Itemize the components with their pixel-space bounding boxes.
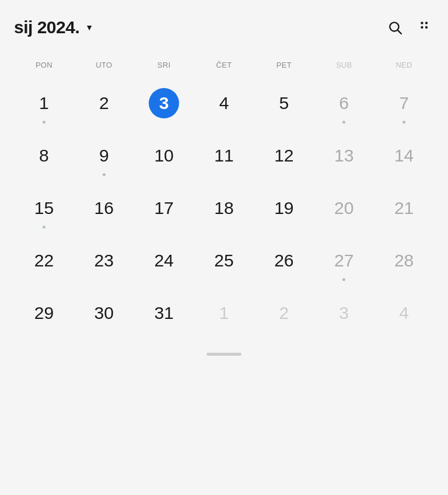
day-cell[interactable]: 13 bbox=[314, 131, 374, 184]
more-options-button[interactable] bbox=[419, 20, 434, 35]
day-cell[interactable]: 9 bbox=[74, 131, 134, 184]
event-dot bbox=[402, 121, 405, 124]
day-cell[interactable]: 15 bbox=[14, 184, 74, 236]
day-number: 11 bbox=[209, 141, 239, 171]
day-number: 25 bbox=[209, 245, 239, 276]
svg-point-3 bbox=[421, 26, 423, 29]
weekday-row: PONUTOSRIČETPETSUBNED bbox=[14, 56, 434, 74]
day-number: 14 bbox=[389, 141, 419, 171]
day-number: 17 bbox=[149, 193, 179, 223]
day-cell[interactable]: 16 bbox=[74, 184, 134, 236]
calendar-container: sij 2024. ▼ PONUTOSRIČETPETSUBNED bbox=[0, 0, 448, 495]
day-number: 30 bbox=[89, 298, 119, 328]
day-cell[interactable]: 21 bbox=[374, 184, 434, 236]
day-number: 16 bbox=[89, 193, 119, 223]
day-number: 28 bbox=[389, 245, 419, 276]
day-cell[interactable]: 22 bbox=[14, 236, 74, 289]
day-cell[interactable]: 2 bbox=[254, 289, 314, 341]
day-cell[interactable]: 24 bbox=[134, 236, 194, 289]
weekday-label: UTO bbox=[74, 56, 134, 74]
day-cell[interactable]: 8 bbox=[14, 131, 74, 184]
day-cell[interactable]: 14 bbox=[374, 131, 434, 184]
header-right bbox=[387, 20, 434, 35]
day-number: 29 bbox=[29, 298, 59, 328]
day-cell[interactable]: 2 bbox=[74, 79, 134, 131]
day-cell[interactable]: 26 bbox=[254, 236, 314, 289]
weekday-label: PET bbox=[254, 56, 314, 74]
day-number: 7 bbox=[389, 88, 419, 118]
weekday-label: ČET bbox=[194, 56, 254, 74]
day-cell[interactable]: 25 bbox=[194, 236, 254, 289]
day-number: 9 bbox=[89, 141, 119, 171]
event-dot bbox=[43, 121, 46, 124]
calendar-header: sij 2024. ▼ bbox=[14, 12, 434, 37]
svg-point-5 bbox=[425, 26, 428, 29]
day-number: 8 bbox=[29, 141, 59, 171]
day-cell[interactable]: 19 bbox=[254, 184, 314, 236]
svg-point-4 bbox=[425, 22, 428, 24]
day-cell[interactable]: 10 bbox=[134, 131, 194, 184]
day-number: 2 bbox=[269, 298, 299, 328]
day-cell[interactable]: 29 bbox=[14, 289, 74, 341]
month-title: sij 2024. bbox=[14, 17, 79, 37]
day-number: 24 bbox=[149, 245, 179, 276]
day-cell[interactable]: 18 bbox=[194, 184, 254, 236]
event-dot bbox=[342, 121, 345, 124]
day-cell[interactable]: 4 bbox=[194, 79, 254, 131]
day-number: 13 bbox=[329, 141, 359, 171]
day-cell[interactable]: 6 bbox=[314, 79, 374, 131]
day-cell[interactable]: 7 bbox=[374, 79, 434, 131]
day-number: 3 bbox=[149, 88, 179, 118]
svg-point-2 bbox=[421, 22, 423, 24]
day-cell[interactable]: 3 bbox=[314, 289, 374, 341]
day-number: 31 bbox=[149, 298, 179, 328]
day-cell[interactable]: 17 bbox=[134, 184, 194, 236]
day-number: 4 bbox=[389, 298, 419, 328]
day-cell[interactable]: 30 bbox=[74, 289, 134, 341]
header-left: sij 2024. ▼ bbox=[14, 17, 93, 37]
day-cell[interactable]: 31 bbox=[134, 289, 194, 341]
day-number: 21 bbox=[389, 193, 419, 223]
day-cell[interactable]: 11 bbox=[194, 131, 254, 184]
day-number: 22 bbox=[29, 245, 59, 276]
day-number: 26 bbox=[269, 245, 299, 276]
day-number: 19 bbox=[269, 193, 299, 223]
weekday-label: SUB bbox=[314, 56, 374, 74]
event-dot bbox=[43, 226, 46, 229]
day-cell[interactable]: 23 bbox=[74, 236, 134, 289]
search-button[interactable] bbox=[387, 20, 402, 35]
day-number: 3 bbox=[329, 298, 359, 328]
day-number: 20 bbox=[329, 193, 359, 223]
svg-line-1 bbox=[398, 30, 401, 34]
day-number: 5 bbox=[269, 88, 299, 118]
bottom-handle bbox=[206, 353, 242, 356]
event-dot bbox=[342, 278, 345, 281]
weekday-label: PON bbox=[14, 56, 74, 74]
day-number: 27 bbox=[329, 245, 359, 276]
day-number: 12 bbox=[269, 141, 299, 171]
day-number: 2 bbox=[89, 88, 119, 118]
event-dot bbox=[103, 173, 106, 176]
day-number: 4 bbox=[209, 88, 239, 118]
day-number: 10 bbox=[149, 141, 179, 171]
weekday-label: SRI bbox=[134, 56, 194, 74]
day-number: 15 bbox=[29, 193, 59, 223]
bottom-bar bbox=[14, 353, 434, 356]
day-cell[interactable]: 1 bbox=[14, 79, 74, 131]
day-number: 1 bbox=[29, 88, 59, 118]
weekday-label: NED bbox=[374, 56, 434, 74]
day-cell[interactable]: 27 bbox=[314, 236, 374, 289]
days-grid: 1234567891011121314151617181920212223242… bbox=[14, 79, 434, 341]
day-cell[interactable]: 5 bbox=[254, 79, 314, 131]
day-number: 6 bbox=[329, 88, 359, 118]
day-cell[interactable]: 1 bbox=[194, 289, 254, 341]
day-cell[interactable]: 4 bbox=[374, 289, 434, 341]
day-cell[interactable]: 3 bbox=[134, 79, 194, 131]
day-number: 18 bbox=[209, 193, 239, 223]
day-cell[interactable]: 28 bbox=[374, 236, 434, 289]
dropdown-arrow-icon[interactable]: ▼ bbox=[85, 23, 93, 32]
day-cell[interactable]: 12 bbox=[254, 131, 314, 184]
day-number: 23 bbox=[89, 245, 119, 276]
day-number: 1 bbox=[209, 298, 239, 328]
day-cell[interactable]: 20 bbox=[314, 184, 374, 236]
